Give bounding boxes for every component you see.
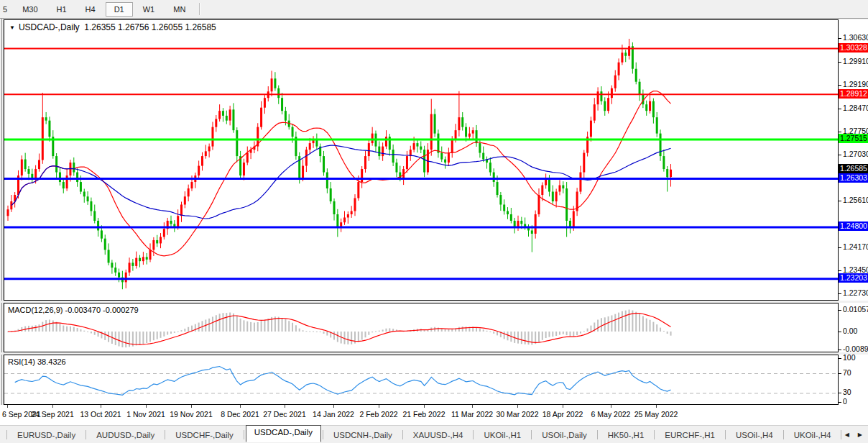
panel-divider[interactable] bbox=[0, 352, 868, 355]
timeframe-button-d1[interactable]: D1 bbox=[106, 2, 133, 17]
price-tick-label: 1.28470 bbox=[839, 104, 868, 112]
tab-separator bbox=[531, 430, 532, 439]
rsi-label: RSI(14) bbox=[8, 357, 35, 366]
main-chart-panel[interactable]: ▼USDCAD-,Daily 1.26355 1.26756 1.26055 1… bbox=[4, 19, 839, 301]
macd-title: MACD(12,26,9) -0.003470 -0.000279 bbox=[8, 306, 139, 314]
price-level-badge: 1.23203 bbox=[839, 273, 868, 283]
rsi-tick-mark bbox=[839, 402, 841, 403]
date-label: 8 Dec 2021 bbox=[221, 410, 259, 419]
tab-separator bbox=[323, 430, 323, 439]
candlestick-chart[interactable] bbox=[4, 20, 838, 300]
macd-label: MACD(12,26,9) bbox=[8, 306, 63, 314]
rsi-line bbox=[15, 367, 671, 396]
timeframe-toolbar: 5M30H1H4D1W1MN bbox=[0, 0, 868, 19]
date-label: 25 May 2022 bbox=[634, 410, 678, 419]
time-axis-tick bbox=[101, 405, 101, 408]
timeframe-button-m30[interactable]: M30 bbox=[14, 2, 46, 17]
tab-separator bbox=[244, 430, 244, 439]
price-level-badge: 1.26585 bbox=[839, 164, 868, 173]
panel-divider[interactable] bbox=[0, 301, 868, 303]
rsi-axis-label: 30 bbox=[839, 388, 868, 396]
tab-separator bbox=[473, 430, 474, 439]
date-label: 21 Feb 2022 bbox=[403, 410, 445, 419]
price-tick-label: 1.22730 bbox=[839, 289, 868, 297]
price-tick-mark bbox=[839, 85, 841, 86]
rsi-title: RSI(14) 38.4326 bbox=[8, 357, 66, 366]
macd-axis-label: 0.00 bbox=[839, 327, 868, 335]
date-label: 24 Sep 2021 bbox=[31, 410, 74, 419]
candlestick-series bbox=[7, 39, 673, 289]
tab-usdcad-daily[interactable]: USDCAD-,Daily bbox=[246, 425, 321, 442]
time-axis-tick bbox=[333, 405, 334, 408]
date-label: 18 Apr 2022 bbox=[542, 410, 583, 419]
rsi-axis-label: 100 bbox=[839, 354, 868, 362]
price-tick-mark bbox=[839, 109, 841, 109]
tab-usdcnh-daily[interactable]: USDCNH-,Daily bbox=[325, 429, 401, 442]
time-axis-tick bbox=[52, 405, 53, 408]
date-label: 11 Mar 2022 bbox=[451, 410, 493, 419]
price-tick-label: 1.27030 bbox=[839, 150, 868, 158]
tab-scroll-arrows: ◀▶ bbox=[845, 426, 862, 443]
tab-eurchf-h1[interactable]: EURCHF-,H1 bbox=[656, 429, 724, 442]
price-tick-mark bbox=[839, 38, 841, 39]
tab-usoil-h4[interactable]: USOil-,H4 bbox=[727, 429, 782, 442]
rsi-axis-label: 70 bbox=[839, 369, 868, 377]
time-axis-tick bbox=[611, 405, 611, 408]
tab-usdchf-daily[interactable]: USDCHF-,Daily bbox=[167, 429, 242, 442]
time-axis-tick bbox=[424, 405, 425, 408]
tab-scroll-left-icon[interactable]: ◀ bbox=[845, 431, 849, 438]
date-label: 1 Nov 2021 bbox=[126, 410, 165, 419]
timeframe-button-h1[interactable]: H1 bbox=[48, 2, 75, 17]
tab-eurusd-daily[interactable]: EURUSD-,Daily bbox=[9, 429, 84, 442]
rsi-axis-label: 0 bbox=[839, 398, 868, 406]
time-axis-tick bbox=[379, 405, 379, 408]
time-axis-tick bbox=[656, 405, 657, 408]
rsi-panel[interactable]: RSI(14) 38.4326 bbox=[4, 355, 839, 405]
timeframe-button-w1[interactable]: W1 bbox=[134, 2, 164, 17]
tab-separator bbox=[654, 430, 655, 439]
timeframe-button-5[interactable]: 5 bbox=[1, 2, 12, 17]
tab-separator bbox=[165, 430, 165, 439]
rsi-plot[interactable] bbox=[4, 355, 838, 404]
macd-tick-mark bbox=[839, 332, 841, 332]
rsi-tick-mark bbox=[839, 358, 841, 359]
tab-scroll-right-icon[interactable]: ▶ bbox=[858, 431, 862, 438]
price-tick-mark bbox=[839, 132, 841, 132]
price-tick-mark bbox=[839, 201, 841, 201]
symbol-dropdown-icon[interactable]: ▼ bbox=[9, 24, 15, 31]
tab-ukoil-h1[interactable]: UKOil-,H1 bbox=[475, 429, 530, 442]
tab-separator bbox=[783, 430, 784, 439]
price-tick-label: 1.30630 bbox=[839, 34, 868, 42]
chart-ohlc-values: 1.26355 1.26756 1.26055 1.26585 bbox=[84, 22, 216, 32]
price-tick-mark bbox=[839, 270, 841, 271]
chart-tab-bar: EURUSD-,DailyAUDUSD-,DailyUSDCHF-,DailyU… bbox=[0, 425, 868, 443]
tab-audusd-daily[interactable]: AUDUSD-,Daily bbox=[88, 429, 163, 442]
chart-title: ▼USDCAD-,Daily 1.26355 1.26756 1.26055 1… bbox=[8, 22, 216, 32]
tab-usoil-daily[interactable]: USOil-,Daily bbox=[533, 429, 596, 442]
price-level-badge: 1.26303 bbox=[839, 173, 868, 183]
macd-signal-line bbox=[8, 314, 671, 345]
time-axis-tick bbox=[563, 405, 563, 408]
price-tick-label: 1.24170 bbox=[839, 243, 868, 251]
price-tick-mark bbox=[839, 247, 841, 248]
macd-tick-mark bbox=[839, 350, 841, 350]
price-tick-mark bbox=[839, 62, 841, 63]
date-label: 19 Nov 2021 bbox=[170, 410, 213, 419]
date-label: 14 Jan 2022 bbox=[313, 410, 354, 419]
price-tick-mark bbox=[839, 293, 841, 294]
tab-xauusd-h4[interactable]: XAUUSD-,H4 bbox=[405, 429, 472, 442]
timeframe-button-h4[interactable]: H4 bbox=[77, 2, 104, 17]
tab-ukoil-h4[interactable]: UKOil-,H4 bbox=[785, 429, 840, 442]
time-axis-tick bbox=[285, 405, 285, 408]
tab-hk50-h1[interactable]: HK50-,H1 bbox=[599, 429, 653, 442]
time-axis[interactable]: 6 Sep 202124 Sep 202113 Oct 20211 Nov 20… bbox=[0, 405, 868, 425]
date-label: 2 Feb 2022 bbox=[359, 410, 397, 419]
macd-axis-label: 0.010578 bbox=[839, 306, 868, 314]
timeframe-button-mn[interactable]: MN bbox=[165, 2, 194, 17]
price-level-badge: 1.30328 bbox=[839, 43, 868, 52]
date-label: 13 Oct 2021 bbox=[80, 410, 121, 419]
macd-panel[interactable]: MACD(12,26,9) -0.003470 -0.000279 bbox=[4, 303, 839, 352]
tab-separator bbox=[6, 430, 7, 439]
price-tick-label: 1.25610 bbox=[839, 196, 868, 204]
tab-separator bbox=[725, 430, 726, 439]
